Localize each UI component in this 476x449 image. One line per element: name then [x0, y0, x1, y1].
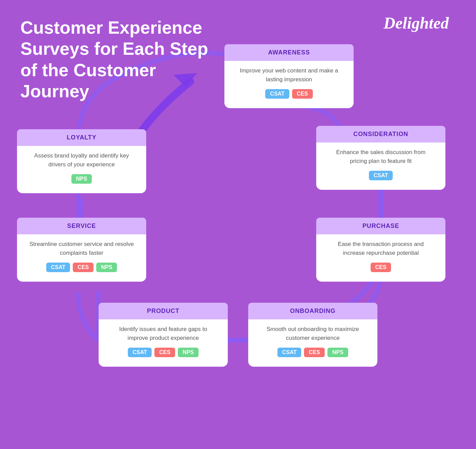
badge-ces-service: CES	[73, 263, 94, 272]
badge-csat-consideration: CSAT	[369, 171, 393, 180]
card-purchase-text: Ease the transaction process and increas…	[327, 240, 435, 257]
background: Customer Experience Surveys for Each Ste…	[0, 0, 476, 449]
badge-ces-onboarding: CES	[304, 348, 325, 357]
card-service-badges: CSAT CES NPS	[28, 263, 135, 272]
card-product-text: Identify issues and feature gaps to impr…	[109, 325, 217, 342]
badge-ces-product: CES	[154, 348, 175, 357]
card-loyalty: LOYALTY Assess brand loyalty and identif…	[17, 129, 146, 193]
badge-csat-product: CSAT	[128, 348, 152, 357]
card-product: PRODUCT Identify issues and feature gaps…	[99, 303, 228, 367]
card-purchase-badges: CES	[327, 263, 435, 272]
card-consideration: CONSIDERATION Enhance the sales discussi…	[316, 126, 445, 190]
badge-nps-onboarding: NPS	[327, 348, 348, 357]
card-service-header: SERVICE	[17, 218, 146, 234]
card-service: SERVICE Streamline customer service and …	[17, 218, 146, 282]
card-onboarding-header: ONBOARDING	[248, 303, 377, 319]
card-loyalty-text: Assess brand loyalty and identify key dr…	[28, 151, 135, 169]
card-loyalty-header: LOYALTY	[17, 129, 146, 146]
badge-nps-product: NPS	[178, 348, 199, 357]
card-consideration-text: Enhance the sales discussion from pricin…	[327, 148, 435, 165]
badge-nps-service: NPS	[96, 263, 117, 272]
badge-csat-onboarding: CSAT	[277, 348, 301, 357]
card-awareness-text: Improve your web content and make a last…	[235, 66, 343, 84]
badge-nps-loyalty: NPS	[71, 174, 92, 184]
card-consideration-badges: CSAT	[327, 171, 435, 180]
badge-ces: CES	[292, 89, 313, 99]
badge-csat: CSAT	[265, 89, 289, 99]
card-onboarding-badges: CSAT CES NPS	[259, 348, 367, 357]
logo: Delighted	[384, 14, 449, 32]
badge-csat-service: CSAT	[46, 263, 70, 272]
logo-text: Delighted	[384, 14, 449, 32]
card-onboarding-text: Smooth out onboarding to maximize custom…	[259, 325, 367, 342]
card-product-header: PRODUCT	[99, 303, 228, 319]
card-awareness: AWARENESS Improve your web content and m…	[224, 44, 354, 108]
svg-marker-5	[78, 197, 85, 204]
card-awareness-badges: CSAT CES	[235, 89, 343, 99]
card-purchase: PURCHASE Ease the transaction process an…	[316, 218, 445, 282]
card-loyalty-badges: NPS	[28, 174, 135, 184]
card-onboarding: ONBOARDING Smooth out onboarding to maxi…	[248, 303, 377, 367]
card-product-badges: CSAT CES NPS	[109, 348, 217, 357]
card-awareness-header: AWARENESS	[224, 44, 354, 61]
badge-ces-purchase: CES	[371, 263, 391, 272]
card-purchase-header: PURCHASE	[316, 218, 445, 234]
card-service-text: Streamline customer service and resolve …	[28, 240, 135, 257]
main-title: Customer Experience Surveys for Each Ste…	[20, 17, 218, 102]
card-consideration-header: CONSIDERATION	[316, 126, 445, 143]
svg-marker-4	[95, 288, 102, 296]
